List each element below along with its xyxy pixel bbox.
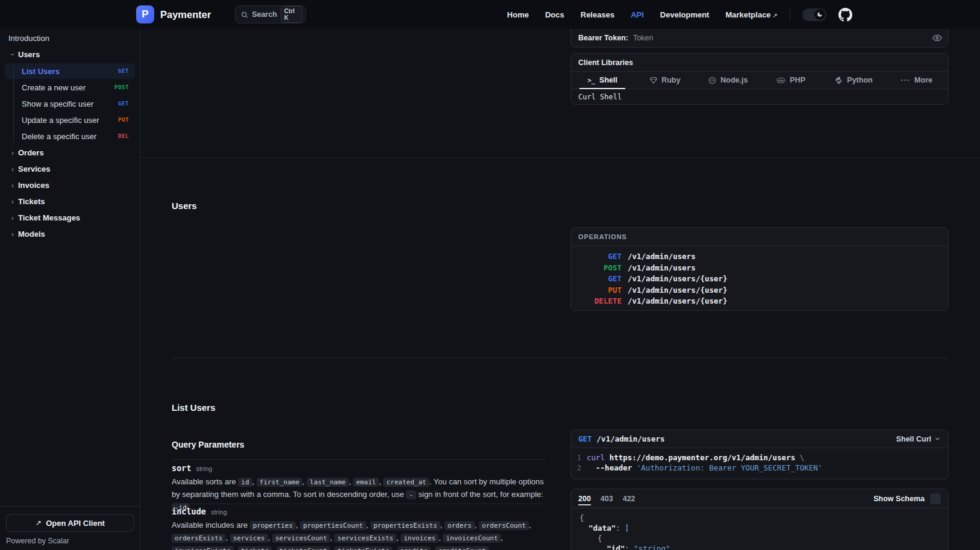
chevron-right-icon: › [7,213,18,222]
php-icon: php [776,77,785,84]
operation-row[interactable]: GET /v1/admin/users [571,251,948,263]
sidebar-group-models[interactable]: › Models [5,226,135,242]
sidebar-item-update-user[interactable]: Update a specific user PUT [5,112,135,128]
line-number: 2 [571,463,587,473]
sidebar-item-label: Create a new user [22,83,86,92]
tab-status-403[interactable]: 403 [601,489,613,508]
github-icon[interactable] [838,8,852,22]
eye-icon[interactable] [932,33,942,43]
tab-php[interactable]: php PHP [760,72,822,89]
nav-cluster: Home Docs Releases API Development Marke… [507,8,852,22]
sidebar-group-tickets[interactable]: › Tickets [5,193,135,210]
section-divider-top [140,157,980,158]
sidebar-item-label: Delete a specific user [22,132,96,141]
tab-more[interactable]: ··· More [885,72,948,89]
tab-status-422[interactable]: 422 [623,489,635,508]
curl-code-block: 1curl https://demo.paymenter.org/v1/admi… [571,448,948,477]
bearer-token-label: Bearer Token: [578,34,628,42]
chevron-down-icon [934,436,941,442]
operation-row[interactable]: POST /v1/admin/users [571,263,948,274]
operation-row[interactable]: PUT /v1/admin/users/{user} [571,285,948,296]
bearer-token-field[interactable]: Bearer Token: Token [571,28,948,47]
param-type: string [211,508,227,516]
list-users-title: List Users [172,402,216,413]
sidebar-group-label: Orders [18,148,44,157]
sidebar-group-ticket-messages[interactable]: › Ticket Messages [5,210,135,226]
tab-status-200[interactable]: 200 [578,489,591,508]
brand[interactable]: P Paymenter [136,5,211,23]
request-sample-header: GET /v1/admin/users Shell Curl [571,430,948,448]
line-number: 1 [571,452,587,463]
search-input[interactable]: Search Ctrl K [235,5,306,23]
tab-shell[interactable]: >_ Shell [571,72,634,89]
client-selector-label: Shell Curl [896,435,931,443]
sidebar-item-label: Introduction [8,34,49,43]
sidebar-item-label: Show a specific user [22,99,93,108]
tab-python[interactable]: Python [822,72,885,89]
theme-toggle[interactable] [802,8,826,21]
request-path: /v1/admin/users [597,434,665,443]
method-badge: POST [114,84,129,90]
client-libraries-title: Client Libraries [578,58,633,67]
powered-by-scalar[interactable]: Powered by Scalar [6,537,69,545]
query-params-divider [172,459,545,460]
paymenter-logo: P [136,5,154,23]
navbar-divider [790,8,790,21]
operations-header: OPERATIONS [571,228,948,246]
operation-path: /v1/admin/users [628,251,696,263]
tab-label: Ruby [661,76,680,84]
sidebar-item-list-users[interactable]: List Users GET [5,63,135,79]
operation-row[interactable]: GET /v1/admin/users/{user} [571,273,948,285]
response-panel: 200 403 422 Show Schema { "data": [ { "i… [570,489,949,550]
request-method: GET [578,434,592,443]
python-icon [835,77,843,84]
sidebar-item-delete-user[interactable]: Delete a specific user DEL [5,128,135,144]
nav-link-releases[interactable]: Releases [581,10,614,19]
bearer-token-value[interactable]: Token [633,34,932,42]
sidebar-group-invoices[interactable]: › Invoices [5,177,135,193]
operation-path: /v1/admin/users [628,263,696,274]
client-libraries-panel: Client Libraries >_ Shell Ruby JS Node.j… [570,53,949,105]
operation-path: /v1/admin/users/{user} [628,296,728,307]
selected-client-label: Curl Shell [571,89,948,104]
json-line: { [579,513,948,523]
sidebar-group-services[interactable]: › Services [5,161,135,177]
nav-link-api[interactable]: API [631,10,644,19]
operation-path: /v1/admin/users/{user} [628,285,728,296]
tab-label: More [914,76,932,84]
sidebar-group-users[interactable]: › Users [5,46,135,63]
operations-label: OPERATIONS [578,233,627,240]
code-line: 2 --header 'Authorization: Bearer YOUR_S… [571,463,948,473]
tab-nodejs[interactable]: JS Node.js [697,72,760,89]
nav-link-development[interactable]: Development [660,10,710,19]
sidebar-item-show-user[interactable]: Show a specific user GET [5,96,135,111]
operation-row[interactable]: DELETE /v1/admin/users/{user} [571,296,948,307]
show-schema-control: Show Schema [873,493,941,504]
sidebar-group-orders[interactable]: › Orders [5,145,135,161]
param-include: include string [172,507,227,516]
chevron-right-icon: › [7,164,18,173]
open-api-client-button[interactable]: ↗ Open API Client [6,514,134,532]
show-schema-toggle[interactable] [930,493,941,504]
method-badge: GET [118,101,129,107]
nav-link-home[interactable]: Home [507,10,529,19]
sidebar: Introduction › Users List Users GET Crea… [0,29,140,550]
client-selector-dropdown[interactable]: Shell Curl [896,435,941,443]
sidebar-nav: Introduction › Users List Users GET Crea… [0,29,140,242]
sidebar-item-introduction[interactable]: Introduction [5,30,135,46]
param-divider [172,504,545,504]
nav-link-marketplace[interactable]: Marketplace↗ [725,10,778,19]
sidebar-item-label: List Users [22,67,60,76]
svg-text:JS: JS [711,78,714,82]
param-sort: sort string [172,463,212,473]
section-divider-bottom [172,358,949,358]
sidebar-users-children: List Users GET Create a new user POST Sh… [5,63,135,144]
top-navbar: P Paymenter Search Ctrl K Home Docs Rele… [0,0,980,29]
nav-link-docs[interactable]: Docs [545,10,564,19]
sidebar-item-create-user[interactable]: Create a new user POST [5,80,135,95]
sidebar-item-label: Update a specific user [22,116,99,125]
param-name: sort [172,463,192,473]
tab-label: Node.js [720,76,747,84]
tab-ruby[interactable]: Ruby [634,72,696,89]
nodejs-icon: JS [708,77,716,84]
